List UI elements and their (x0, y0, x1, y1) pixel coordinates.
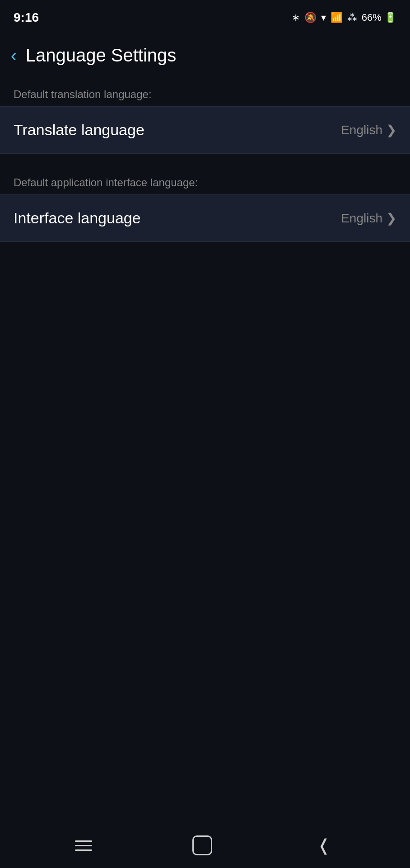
sound-icon: 🔕 (304, 12, 317, 24)
interface-section-label: Default application interface language: (0, 167, 410, 194)
translate-language-value: English (341, 123, 382, 137)
recent-line-3 (75, 849, 92, 851)
interface-language-value: English (341, 211, 382, 226)
system-back-icon: ❬ (317, 836, 331, 855)
recent-apps-button[interactable] (66, 836, 101, 855)
interface-language-value-container: English ❯ (341, 211, 396, 226)
translate-chevron-icon: ❯ (386, 123, 396, 137)
navigation-bar: ❬ (0, 823, 410, 868)
status-bar: 9:16 ∗ 🔕 ▾ 📶 ⁂ 66% 🔋 (0, 0, 410, 32)
interface-chevron-icon: ❯ (386, 211, 396, 226)
interface-language-label: Interface language (14, 209, 141, 227)
header: ‹ Language Settings (0, 32, 410, 79)
page-title: Language Settings (26, 45, 177, 66)
translate-language-item[interactable]: Translate language English ❯ (0, 106, 410, 154)
system-back-button[interactable]: ❬ (303, 831, 344, 859)
content-area: Default translation language: Translate … (0, 79, 410, 292)
back-arrow-icon: ‹ (11, 47, 17, 64)
signal-icon: ⁂ (347, 12, 357, 24)
recent-line-2 (75, 845, 92, 846)
home-icon (192, 835, 212, 855)
bluetooth-icon: ∗ (292, 12, 300, 24)
interface-language-item[interactable]: Interface language English ❯ (0, 194, 410, 242)
status-time: 9:16 (14, 10, 39, 25)
section-divider (0, 154, 410, 167)
battery-indicator: 66% 🔋 (362, 12, 396, 24)
home-button[interactable] (179, 831, 226, 860)
translate-language-value-container: English ❯ (341, 123, 396, 137)
translate-language-label: Translate language (14, 121, 144, 139)
wifi-icon: 📶 (331, 12, 343, 24)
translate-section-label: Default translation language: (0, 79, 410, 106)
status-icons: ∗ 🔕 ▾ 📶 ⁂ 66% 🔋 (292, 12, 396, 24)
location-icon: ▾ (321, 12, 326, 24)
recent-line-1 (75, 840, 92, 842)
back-button[interactable]: ‹ (11, 47, 17, 64)
